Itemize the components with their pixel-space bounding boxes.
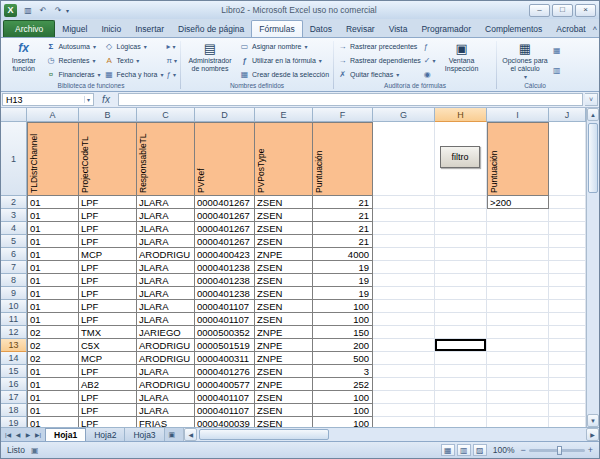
vertical-scroll-thumb[interactable]: [588, 123, 598, 193]
horizontal-scroll-track[interactable]: [197, 428, 586, 441]
cell-H2[interactable]: [435, 196, 487, 209]
cell-G17[interactable]: [373, 391, 435, 404]
cell-D19[interactable]: 0000400039: [195, 417, 255, 427]
cell-F18[interactable]: 100: [313, 404, 373, 417]
cell-A18[interactable]: 01: [27, 404, 79, 417]
cell-H8[interactable]: [435, 274, 487, 287]
column-header-E[interactable]: E: [255, 108, 313, 122]
create-from-selection-button[interactable]: ▦Crear desde la selección: [239, 68, 329, 80]
cell-J19[interactable]: [549, 417, 586, 427]
cell-C9[interactable]: JLARA: [137, 287, 195, 300]
error-checking-button[interactable]: ✓: [424, 55, 436, 67]
cell-H9[interactable]: [435, 287, 487, 300]
remove-arrows-button[interactable]: ✗Quitar flechas: [337, 68, 421, 80]
column-header-C[interactable]: C: [137, 108, 195, 122]
cell-I2[interactable]: >200: [487, 196, 549, 209]
cell-I11[interactable]: [487, 313, 549, 326]
cell-I18[interactable]: [487, 404, 549, 417]
ribbon-tab-f-rmulas[interactable]: Fórmulas: [251, 20, 302, 37]
cell-A14[interactable]: 02: [27, 352, 79, 365]
cell-J13[interactable]: [549, 339, 586, 352]
math-trig-button[interactable]: π: [166, 55, 177, 67]
vertical-scroll-track[interactable]: [587, 121, 599, 414]
calculate-sheet-button[interactable]: ▥: [553, 65, 561, 77]
cell-A10[interactable]: 01: [27, 300, 79, 313]
more-functions-button[interactable]: ƒ: [166, 68, 177, 80]
horizontal-scroll-thumb[interactable]: [199, 429, 329, 440]
ribbon-tab-vista[interactable]: Vista: [382, 20, 415, 37]
cell-H13[interactable]: [435, 339, 487, 352]
autosum-button[interactable]: ΣAutosuma: [45, 41, 100, 53]
qat-menu-icon[interactable]: ▾: [66, 7, 69, 14]
cell-B11[interactable]: LPF: [79, 313, 137, 326]
cell-F17[interactable]: 100: [313, 391, 373, 404]
cell-C10[interactable]: JLARA: [137, 300, 195, 313]
cell-B14[interactable]: MCP: [79, 352, 137, 365]
cell-G16[interactable]: [373, 378, 435, 391]
column-header-B[interactable]: B: [79, 108, 137, 122]
cell-E19[interactable]: ZSEN: [255, 417, 313, 427]
cell-B8[interactable]: LPF: [79, 274, 137, 287]
cell-E5[interactable]: ZSEN: [255, 235, 313, 248]
recent-functions-button[interactable]: ◷Recientes: [45, 55, 100, 67]
cell-C18[interactable]: JLARA: [137, 404, 195, 417]
cell-J1[interactable]: [549, 122, 586, 196]
vertical-scrollbar[interactable]: ▲ ▼: [586, 108, 599, 427]
cell-B17[interactable]: LPF: [79, 391, 137, 404]
scroll-up-icon[interactable]: ▲: [587, 108, 599, 121]
cell-H19[interactable]: [435, 417, 487, 427]
cell-C14[interactable]: ARODRIGU: [137, 352, 195, 365]
cell-G13[interactable]: [373, 339, 435, 352]
cell-I9[interactable]: [487, 287, 549, 300]
ribbon-tab-complementos[interactable]: Complementos: [478, 20, 549, 37]
previous-sheet-icon[interactable]: ◀: [14, 431, 22, 438]
cell-D7[interactable]: 0000401238: [195, 261, 255, 274]
cell-E8[interactable]: ZSEN: [255, 274, 313, 287]
macro-record-icon[interactable]: ▣: [31, 446, 39, 455]
scroll-left-icon[interactable]: ◀: [184, 428, 197, 441]
column-header-H[interactable]: H: [435, 108, 487, 122]
cell-E11[interactable]: ZSEN: [255, 313, 313, 326]
close-button[interactable]: ×: [575, 4, 596, 17]
cell-A3[interactable]: 01: [27, 209, 79, 222]
zoom-slider-track[interactable]: [529, 449, 585, 452]
page-layout-view-icon[interactable]: ▥: [457, 444, 471, 456]
cell-G4[interactable]: [373, 222, 435, 235]
cell-H18[interactable]: [435, 404, 487, 417]
header-cell-E1[interactable]: PVPosType: [255, 122, 313, 196]
ribbon-tab-inicio[interactable]: Inicio: [94, 20, 128, 37]
column-header-G[interactable]: G: [373, 108, 435, 122]
header-cell-C1[interactable]: ResponsableTL: [137, 122, 195, 196]
cell-G5[interactable]: [373, 235, 435, 248]
cell-H15[interactable]: [435, 365, 487, 378]
cell-I17[interactable]: [487, 391, 549, 404]
cell-G2[interactable]: [373, 196, 435, 209]
column-header-F[interactable]: F: [313, 108, 373, 122]
cell-B19[interactable]: LPF: [79, 417, 137, 427]
cell-J2[interactable]: [549, 196, 586, 209]
row-header-19[interactable]: 19: [1, 417, 27, 427]
next-sheet-icon[interactable]: ▶: [24, 431, 32, 438]
insert-function-button[interactable]: fx Insertar función: [5, 40, 42, 81]
cell-A16[interactable]: 01: [27, 378, 79, 391]
cell-B2[interactable]: LPF: [79, 196, 137, 209]
cell-E16[interactable]: ZNPE: [255, 378, 313, 391]
cell-D2[interactable]: 0000401267: [195, 196, 255, 209]
cell-A11[interactable]: 01: [27, 313, 79, 326]
ribbon-tab-datos[interactable]: Datos: [303, 20, 339, 37]
row-header-11[interactable]: 11: [1, 313, 27, 326]
header-cell-A1[interactable]: TLDistrChannel: [27, 122, 79, 196]
cell-B4[interactable]: LPF: [79, 222, 137, 235]
cell-I16[interactable]: [487, 378, 549, 391]
cell-B16[interactable]: AB2: [79, 378, 137, 391]
ribbon-tab-revisar[interactable]: Revisar: [339, 20, 382, 37]
cell-C8[interactable]: JLARA: [137, 274, 195, 287]
maximize-button[interactable]: □: [552, 4, 573, 17]
cell-J12[interactable]: [549, 326, 586, 339]
cell-J16[interactable]: [549, 378, 586, 391]
normal-view-icon[interactable]: ▦: [441, 444, 455, 456]
collapse-ribbon-icon[interactable]: ˄: [593, 24, 598, 33]
header-cell-D1[interactable]: PVRef: [195, 122, 255, 196]
cell-A4[interactable]: 01: [27, 222, 79, 235]
cell-F15[interactable]: 3: [313, 365, 373, 378]
